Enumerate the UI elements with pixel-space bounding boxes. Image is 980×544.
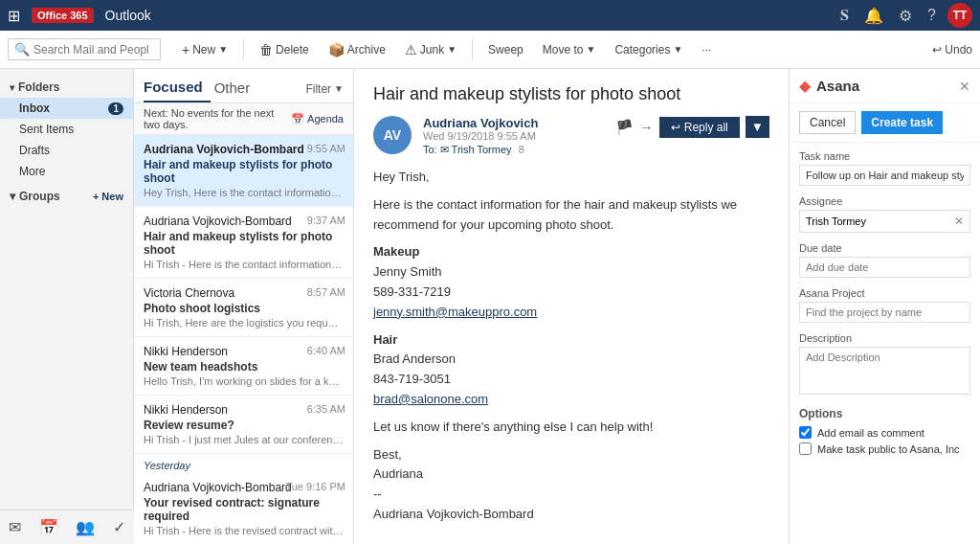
email-header: AV Audriana Vojkovich Wed 9/19/2018 9:55… <box>373 116 769 156</box>
body-intro: Here is the contact information for the … <box>373 195 769 236</box>
email-time: 6:40 AM <box>307 345 345 356</box>
sign-best: Best, <box>373 447 402 462</box>
agenda-button[interactable]: 📅 Agenda <box>291 113 344 125</box>
junk-dropdown-icon: ▼ <box>447 44 457 55</box>
new-group-button[interactable]: + New <box>93 191 123 202</box>
assignee-clear-button[interactable]: ✕ <box>954 215 964 228</box>
undo-button[interactable]: ↩ Undo <box>932 43 972 57</box>
email-date: Wed 9/19/2018 9:55 AM <box>423 130 615 142</box>
delete-button[interactable]: 🗑 Delete <box>252 38 317 61</box>
hair-heading: Hair <box>373 332 397 347</box>
calendar-small-icon: 📅 <box>291 113 304 125</box>
search-box[interactable]: 🔍 <box>8 38 161 60</box>
app-name: Outlook <box>105 8 151 23</box>
email-actions: 🏴 → ↩ Reply all ▼ <box>615 116 769 138</box>
email-item[interactable]: Victoria Chernova Photo shoot logistics … <box>134 279 353 337</box>
asana-cancel-button[interactable]: Cancel <box>799 111 856 134</box>
email-time: 8:57 AM <box>307 286 345 298</box>
top-bar: ⊞ Office 365 Outlook 𝐒 🔔 ⚙ ? TT <box>0 0 980 31</box>
separator2 <box>472 39 473 60</box>
flag-icon[interactable]: 🏴 <box>615 119 634 136</box>
assignee-input[interactable] <box>806 215 954 227</box>
tab-other[interactable]: Other <box>214 76 258 102</box>
asana-title: Asana <box>816 78 959 94</box>
groups-header: ▾ Groups + New <box>0 182 133 207</box>
email-item[interactable]: Nikki Henderson New team headshots Hello… <box>134 337 353 396</box>
email-body: Hey Trish, Here is the contact informati… <box>373 168 769 525</box>
task-name-label: Task name <box>799 150 970 162</box>
tab-focused[interactable]: Focused <box>144 75 211 102</box>
filter-dropdown-icon: ▼ <box>334 83 344 94</box>
make-public-checkbox[interactable] <box>799 442 812 455</box>
waffle-icon[interactable]: ⊞ <box>8 7 20 25</box>
help-icon[interactable]: ? <box>927 7 936 24</box>
email-content: Hair and makeup stylists for photo shoot… <box>354 69 789 544</box>
avatar[interactable]: TT <box>947 3 972 28</box>
email-item[interactable]: Audriana Vojkovich-Bombard Hair and make… <box>134 135 353 207</box>
description-label: Description <box>799 332 970 344</box>
email-item[interactable]: Audriana Vojkovich-Bombard Your revised … <box>134 473 353 544</box>
makeup-heading: Makeup <box>373 244 419 259</box>
settings-icon[interactable]: ⚙ <box>899 7 912 25</box>
hair-email[interactable]: brad@salonone.com <box>373 392 488 406</box>
add-email-checkbox-row: Add email as comment <box>799 426 970 439</box>
sidebar-item-inbox[interactable]: Inbox 1 <box>0 98 133 119</box>
forward-icon[interactable]: → <box>639 119 654 135</box>
skype-icon[interactable]: 𝐒 <box>840 7 849 24</box>
mail-icon[interactable]: ✉ <box>9 518 21 536</box>
sweep-button[interactable]: Sweep <box>480 39 531 60</box>
sign-full: Audriana Vojkovich-Bombard <box>373 507 534 521</box>
description-field: Description <box>799 332 970 397</box>
reply-dropdown-button[interactable]: ▼ <box>746 116 769 138</box>
archive-button[interactable]: 📦 Archive <box>321 38 393 61</box>
hair-phone: 843-719-3051 <box>373 372 451 386</box>
filter-button[interactable]: Filter ▼ <box>305 82 344 96</box>
email-to: To: ✉ Trish Tormey 8 <box>423 144 615 156</box>
tasks-icon[interactable]: ✓ <box>113 518 125 536</box>
email-time: 9:37 AM <box>307 215 345 226</box>
description-textarea[interactable] <box>799 347 970 395</box>
more-button[interactable]: ··· <box>694 39 719 60</box>
notifications-icon[interactable]: 🔔 <box>864 7 883 25</box>
makeup-email[interactable]: jenny.smith@makeuppro.com <box>373 305 537 319</box>
email-item[interactable]: Nikki Henderson Review resume? Hi Trish … <box>134 396 353 454</box>
sidebar-item-drafts[interactable]: Drafts <box>0 140 133 161</box>
new-button[interactable]: + New ▼ <box>174 38 235 61</box>
search-input[interactable] <box>33 43 148 57</box>
due-date-input[interactable] <box>799 257 970 278</box>
add-email-label: Add email as comment <box>817 427 924 439</box>
asana-create-button[interactable]: Create task <box>861 111 943 134</box>
search-icon: 🔍 <box>14 42 30 57</box>
calendar-icon[interactable]: 📅 <box>39 518 58 536</box>
due-date-field: Due date <box>799 242 970 278</box>
sign-name: Audriana <box>373 466 423 481</box>
sidebar-item-more[interactable]: More <box>0 161 133 182</box>
asana-close-button[interactable]: ✕ <box>959 79 970 94</box>
email-preview: Hi Trish - Here is the revised contract … <box>144 525 344 536</box>
email-content-subject: Hair and makeup stylists for photo shoot <box>373 84 769 104</box>
add-email-checkbox[interactable] <box>799 426 812 439</box>
main-area: ▾ Folders Inbox 1 Sent Items Drafts More… <box>0 69 980 544</box>
email-preview: Hey Trish, Here is the contact informati… <box>144 187 344 198</box>
assignee-input-container: ✕ <box>799 210 970 233</box>
sidebar-item-sent[interactable]: Sent Items <box>0 119 133 140</box>
folders-header[interactable]: ▾ Folders <box>0 77 133 98</box>
make-public-label: Make task public to Asana, Inc <box>817 443 960 455</box>
move-to-button[interactable]: Move to ▼ <box>535 39 604 60</box>
junk-button[interactable]: ⚠ Junk ▼ <box>397 38 464 61</box>
project-input[interactable] <box>799 302 970 323</box>
options-label: Options <box>799 407 970 420</box>
people-icon[interactable]: 👥 <box>76 518 95 536</box>
task-name-input[interactable] <box>799 165 970 186</box>
next-events-banner: Next: No events for the next two days. 📅… <box>134 103 353 135</box>
email-from: Audriana Vojkovich <box>423 116 615 130</box>
chevron-icon: ▾ <box>10 82 14 93</box>
email-preview: Hi Trish - Here is the contact informati… <box>144 259 344 270</box>
junk-icon: ⚠ <box>405 42 417 57</box>
categories-button[interactable]: Categories ▼ <box>607 39 690 60</box>
email-subject: Photo shoot logistics <box>144 302 344 315</box>
reply-all-button[interactable]: ↩ Reply all <box>659 117 740 138</box>
assignee-label: Assignee <box>799 195 970 207</box>
email-item[interactable]: Audriana Vojkovich-Bombard Hair and make… <box>134 207 353 279</box>
hair-name: Brad Anderson <box>373 351 456 366</box>
